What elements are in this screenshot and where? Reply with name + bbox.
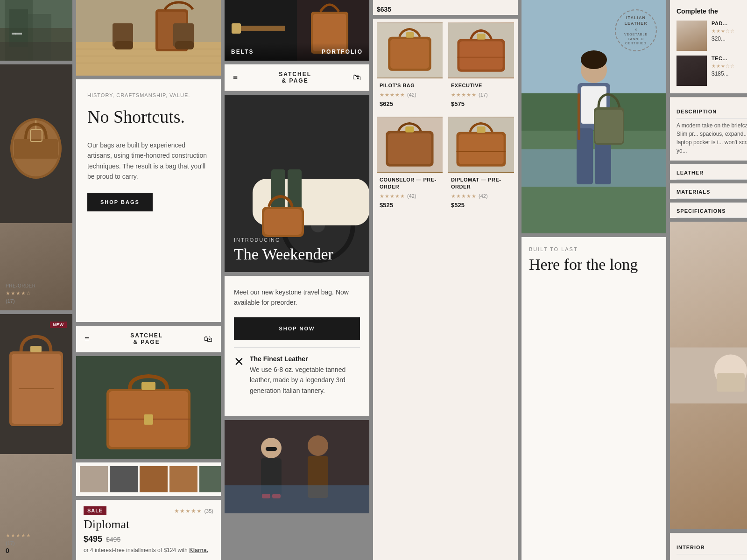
product-counselor[interactable]: COUNSELOR — PRE-ORDER ★★★★★ (42) $525	[377, 117, 443, 212]
product-executive[interactable]: EXECUTIVE ★★★★★ (17) $575	[448, 22, 514, 111]
col6-thumb-1	[677, 21, 707, 51]
svg-rect-26	[114, 41, 133, 49]
diplomat-stars: ★★★★★	[451, 193, 477, 199]
svg-rect-73	[388, 133, 431, 164]
product-hero-img	[76, 356, 221, 459]
pilots-rating: (42)	[407, 92, 416, 98]
bag-cart-icon[interactable]: 🛍	[204, 334, 212, 344]
svg-rect-69	[477, 34, 485, 40]
thumb-3[interactable]	[140, 466, 168, 492]
col6-item-2[interactable]: TEC... ★★★☆☆ $185...	[677, 56, 747, 86]
col3-logo-line2: & PAGE	[279, 77, 311, 84]
hamburger-icon[interactable]: ≡	[85, 334, 89, 344]
street-illustration: ↑	[0, 0, 72, 61]
executive-rating: (17)	[479, 92, 488, 98]
weekender-text: INTRODUCING The Weekender	[234, 237, 333, 263]
svg-rect-41	[232, 23, 241, 34]
stamp-cert: CERTIFIED	[616, 41, 656, 46]
price-top: $635	[377, 4, 514, 15]
svg-rect-93	[578, 93, 580, 140]
new-badge: NEW	[50, 322, 67, 328]
svg-rect-96	[717, 373, 745, 392]
col2-photo	[76, 0, 221, 76]
col2-main-content: HISTORY, CRAFTSMANSHIP, VALUE. No Shortc…	[76, 79, 221, 322]
leather-feature-text: The Finest Leather We use 6-8 oz. vegeta…	[250, 355, 360, 405]
col1-bag1: PRE-ORDER ★★★★☆ (17)	[0, 64, 72, 310]
col6-item-1[interactable]: PAD... ★★★☆☆ $20...	[677, 21, 747, 51]
diplomat-bag-illustration	[76, 356, 221, 459]
diplomat-grid-name: DIPLOMAT — PRE-ORDER	[451, 176, 511, 190]
svg-point-56	[308, 435, 328, 456]
thumb-5[interactable]	[199, 466, 221, 492]
built-label: BUILT TO LAST	[529, 246, 659, 252]
shop-bags-button[interactable]: SHOP BAGS	[87, 193, 153, 211]
materials-section: MATERIALS	[670, 183, 747, 199]
belts-label: BELTS	[231, 49, 254, 55]
svg-rect-17	[30, 346, 42, 352]
counselor-stars: ★★★★★	[380, 193, 405, 199]
interior-section: INTERIOR	[670, 533, 747, 560]
counselor-svg	[377, 117, 443, 173]
col1-price: 0	[6, 547, 31, 554]
feature-name: The Finest Leather	[250, 355, 360, 363]
belts-portfolio-img: BELTS PORTFOLIO	[225, 0, 369, 61]
shop-now-section: Meet our new keystone travel bag. Now av…	[225, 276, 369, 416]
diplomat-svg	[448, 117, 514, 173]
thumb-4[interactable]	[169, 466, 197, 492]
pre-order-label: PRE-ORDER	[6, 283, 36, 288]
executive-svg	[448, 22, 514, 78]
people-illustration	[225, 420, 369, 513]
svg-rect-64	[390, 39, 429, 69]
pilots-bag-svg	[377, 22, 443, 78]
thumb-1[interactable]	[80, 466, 108, 492]
col3-logo-line1: SATCHEL	[279, 71, 311, 77]
col6-bottom-img	[670, 222, 747, 529]
page-layout: ↑ PRE-ORDER ★★★★☆ (17)	[0, 0, 747, 560]
shop-now-button[interactable]: SHOP NOW	[234, 317, 360, 340]
col6-item1-info: PAD... ★★★☆☆ $20...	[712, 21, 747, 42]
col2-headline: No Shortcuts.	[87, 107, 210, 127]
svg-rect-31	[175, 41, 194, 49]
sale-badge: SALE	[84, 506, 106, 515]
col1-rating1: (17)	[6, 298, 15, 304]
product-stars: ★★★★★	[174, 508, 202, 514]
col2b-logo: SATCHEL & PAGE	[130, 332, 163, 345]
col1-rating2: (17)	[6, 540, 15, 546]
col6-item2-price: $185...	[712, 70, 747, 77]
col2b-navbar: ≡ SATCHEL & PAGE 🛍	[76, 326, 221, 352]
svg-rect-35	[141, 382, 155, 390]
thumb-2[interactable]	[110, 466, 138, 492]
svg-rect-61	[225, 485, 369, 513]
svg-rect-65	[406, 32, 414, 38]
description-label: DESCRIPTION	[677, 103, 747, 119]
col6-img-svg	[670, 222, 747, 529]
col3-hamburger-icon[interactable]: ≡	[233, 73, 238, 83]
svg-rect-11	[14, 139, 58, 159]
portfolio-label: PORTFOLIO	[322, 49, 363, 55]
intro-title: The Weekender	[234, 245, 333, 263]
col4-top-price: $635	[373, 0, 518, 15]
street-photo: ↑	[0, 0, 72, 61]
svg-rect-68	[459, 42, 502, 70]
svg-rect-78	[477, 126, 485, 133]
pilots-price: $625	[380, 100, 440, 107]
product-diplomat[interactable]: DIPLOMAT — PRE-ORDER ★★★★★ (42) $525	[448, 117, 514, 212]
outdoor-photo: ITALIAN LEATHER ✕ VEGETABLE TANNED CERTI…	[521, 0, 666, 233]
col6-header: Complete the PAD... ★★★☆☆ $20... TEC... …	[670, 0, 747, 93]
col1-stars2: ★★★★★	[6, 532, 31, 539]
col-3: BELTS PORTFOLIO ≡ SATCHEL & PAGE 🛍	[225, 0, 369, 560]
klarna-installment: or 4 interest-free installments of $124 …	[84, 547, 213, 553]
italian-leather-stamp: ITALIAN LEATHER ✕ VEGETABLE TANNED CERTI…	[615, 9, 657, 51]
specifications-label: SPECIFICATIONS	[677, 203, 747, 218]
col6-item2-name: TEC...	[712, 56, 747, 61]
col6-item1-stars: ★★★☆☆	[712, 28, 735, 34]
belts-overlay: BELTS PORTFOLIO	[225, 43, 369, 61]
pilots-bag-name: PILOT'S BAG	[380, 82, 440, 89]
col6-item1-name: PAD...	[712, 21, 747, 26]
svg-rect-40	[234, 26, 285, 31]
pilots-stars: ★★★★★	[380, 92, 405, 98]
col2-body: Our bags are built by experienced artisa…	[87, 140, 210, 182]
col3-bag-icon[interactable]: 🛍	[352, 73, 361, 83]
svg-rect-77	[458, 134, 503, 164]
product-pilots-bag[interactable]: PILOT'S BAG ★★★★★ (42) $625	[377, 22, 443, 111]
